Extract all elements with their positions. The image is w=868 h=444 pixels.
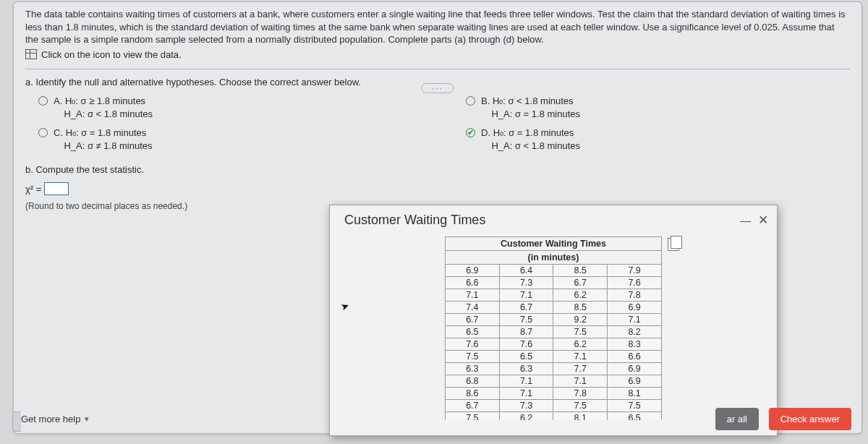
rounding-hint: (Round to two decimal places as needed.)	[25, 201, 329, 211]
option-c-letter: C.	[54, 127, 63, 138]
table-cell: 7.1	[499, 289, 553, 302]
footer-bar: Get more help ▾ ar all Check answer	[14, 408, 861, 430]
table-cell: 6.2	[553, 289, 608, 302]
option-c-ha: H_A: σ ≠ 1.8 minutes	[64, 140, 152, 151]
option-d-h0: H₀: σ = 1.8 minutes	[493, 127, 574, 138]
option-c[interactable]: C. H₀: σ = 1.8 minutes H_A: σ ≠ 1.8 minu…	[38, 127, 422, 153]
table-cell: 7.7	[553, 363, 608, 375]
radio-d[interactable]	[466, 128, 475, 137]
table-row: 6.96.48.57.9	[446, 265, 662, 277]
option-a-ha: H_A: σ < 1.8 minutes	[64, 108, 153, 119]
table-cell: 6.9	[608, 302, 662, 314]
data-table: Customer Waiting Times (in minutes) 6.96…	[445, 236, 662, 420]
radio-b[interactable]	[466, 96, 475, 106]
table-cell: 6.8	[446, 375, 500, 388]
table-row: 7.46.78.56.9	[446, 302, 662, 314]
table-cell: 8.5	[553, 302, 608, 314]
question-card: The data table contains waiting times of…	[13, 1, 862, 434]
table-cell: 6.3	[499, 363, 553, 375]
table-cell: 8.1	[608, 388, 662, 400]
table-cell: 7.9	[608, 265, 662, 277]
table-row: 7.67.66.28.3	[446, 338, 662, 351]
back-arrow-icon[interactable]: ←	[0, 13, 3, 28]
view-data-row[interactable]: Click on the icon to view the data.	[25, 49, 850, 60]
option-d-letter: D.	[481, 127, 490, 138]
radio-c[interactable]	[38, 128, 48, 137]
table-title: Customer Waiting Times	[446, 237, 662, 251]
table-cell: 6.7	[446, 314, 500, 326]
close-icon[interactable]: ✕	[758, 213, 768, 228]
table-cell: 7.3	[499, 277, 553, 289]
table-cell: 7.5	[446, 351, 500, 363]
table-cell: 8.6	[446, 388, 500, 400]
option-b-h0: H₀: σ < 1.8 minutes	[493, 95, 574, 106]
table-cell: 6.2	[553, 338, 608, 351]
dialog-header: Customer Waiting Times — ✕	[330, 205, 777, 232]
option-d-ha: H_A: σ < 1.8 minutes	[491, 140, 580, 151]
table-cell: 6.4	[499, 265, 553, 277]
table-cell: 7.5	[499, 314, 553, 326]
radio-a[interactable]	[38, 96, 48, 106]
copy-icon[interactable]	[668, 238, 679, 251]
table-cell: 8.5	[553, 265, 608, 277]
table-icon[interactable]	[25, 49, 37, 59]
table-cell: 6.6	[446, 277, 500, 289]
options-grid: A. H₀: σ ≥ 1.8 minutes H_A: σ < 1.8 minu…	[38, 95, 850, 153]
table-cell: 7.6	[499, 338, 553, 351]
table-cell: 6.7	[499, 302, 553, 314]
table-cell: 7.4	[446, 302, 500, 314]
table-cell: 6.9	[446, 265, 500, 277]
data-dialog: Customer Waiting Times — ✕ Customer Wait…	[329, 205, 778, 436]
table-cell: 9.2	[553, 314, 608, 326]
chi-square-input[interactable]	[44, 182, 69, 195]
option-a-letter: A.	[54, 95, 62, 106]
table-row: 7.56.57.16.6	[446, 351, 662, 363]
table-row: 8.67.17.88.1	[446, 388, 662, 400]
table-cell: 8.2	[608, 326, 662, 338]
table-row: 6.77.59.27.1	[446, 314, 662, 326]
option-b[interactable]: B. H₀: σ < 1.8 minutes H_A: σ = 1.8 minu…	[466, 95, 850, 121]
minimize-icon[interactable]: —	[740, 214, 751, 226]
table-cell: 6.3	[446, 363, 500, 375]
table-row: 6.58.77.58.2	[446, 326, 662, 338]
help-label: Get more help	[21, 414, 80, 424]
table-cell: 8.7	[499, 326, 553, 338]
ellipsis-pill[interactable]: ···	[421, 83, 454, 93]
table-cell: 7.1	[499, 375, 553, 388]
dialog-body: Customer Waiting Times (in minutes) 6.96…	[330, 232, 777, 420]
table-cell: 6.9	[608, 363, 662, 375]
table-cell: 7.8	[553, 388, 608, 400]
option-b-letter: B.	[481, 95, 490, 106]
table-cell: 6.6	[608, 351, 662, 363]
table-cell: 6.5	[499, 351, 553, 363]
table-cell: 6.7	[553, 277, 608, 289]
check-answer-button[interactable]: Check answer	[769, 408, 851, 430]
option-a[interactable]: A. H₀: σ ≥ 1.8 minutes H_A: σ < 1.8 minu…	[38, 95, 422, 121]
option-d[interactable]: D. H₀: σ = 1.8 minutes H_A: σ < 1.8 minu…	[466, 127, 850, 153]
table-row: 6.87.17.16.9	[446, 375, 662, 388]
section-divider	[25, 69, 850, 69]
option-b-ha: H_A: σ = 1.8 minutes	[491, 108, 580, 119]
problem-statement: The data table contains waiting times of…	[25, 8, 850, 46]
get-more-help-link[interactable]: Get more help ▾	[14, 409, 96, 429]
table-cell: 7.1	[608, 314, 662, 326]
table-cell: 7.6	[446, 338, 500, 351]
table-cell: 7.1	[499, 388, 553, 400]
table-row: 6.36.37.76.9	[446, 363, 662, 375]
table-cell: 7.1	[446, 289, 500, 302]
view-data-link[interactable]: Click on the icon to view the data.	[41, 49, 182, 60]
chi-square-label: χ² =	[25, 184, 41, 195]
table-cell: 6.9	[608, 375, 662, 388]
table-cell: 8.3	[608, 338, 662, 351]
clear-all-button[interactable]: ar all	[715, 408, 759, 430]
table-cell: 6.5	[446, 326, 500, 338]
dialog-title: Customer Waiting Times	[344, 213, 485, 228]
part-b-prompt: b. Compute the test statistic.	[25, 164, 329, 175]
table-cell: 7.5	[553, 326, 608, 338]
option-a-h0: H₀: σ ≥ 1.8 minutes	[65, 95, 145, 106]
table-cell: 7.1	[553, 375, 608, 388]
table-cell: 7.1	[553, 351, 608, 363]
table-row: 7.17.16.27.8	[446, 289, 662, 302]
caret-down-icon: ▾	[85, 414, 89, 424]
option-c-h0: H₀: σ = 1.8 minutes	[66, 127, 147, 138]
